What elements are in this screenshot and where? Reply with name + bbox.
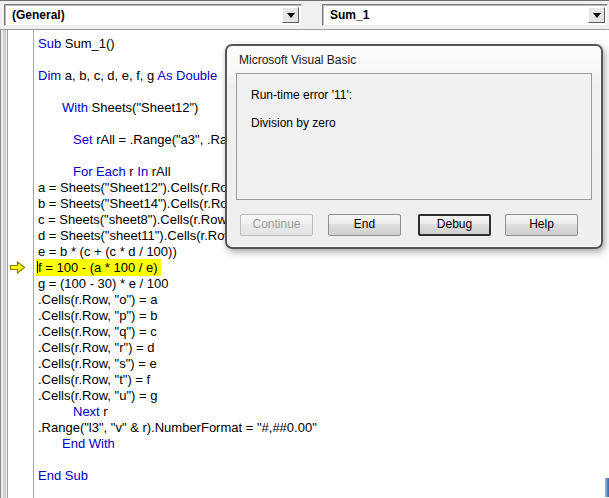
error-message-line2: Division by zero [251, 116, 336, 130]
object-dropdown[interactable]: (General) [4, 4, 302, 26]
code-keyword: End With [62, 436, 115, 451]
code-line[interactable]: .Range("l3", "v" & r).NumberFormat = "#,… [0, 420, 609, 436]
end-button[interactable]: End [328, 214, 401, 236]
code-line[interactable]: .Cells(r.Row, "o") = a [0, 292, 609, 308]
code-text: r [126, 164, 138, 179]
code-line[interactable]: .Cells(r.Row, "p") = b [0, 308, 609, 324]
code-text: .Range("l3", "v" & r).NumberFormat = "#,… [38, 420, 317, 435]
object-dropdown-button[interactable] [282, 7, 299, 23]
code-line[interactable] [0, 452, 609, 468]
code-text: .Cells(r.Row, "t") = f [38, 372, 150, 387]
code-text: rAll [148, 164, 170, 179]
code-text: .Cells(r.Row, "r") = d [38, 340, 155, 355]
code-text: a, b, c, d, e, f, g [61, 68, 157, 83]
dialog-title: Microsoft Visual Basic [239, 53, 356, 67]
code-text: e = b * (c + (c * d / 100)) [38, 244, 177, 259]
object-dropdown-value: (General) [12, 8, 65, 22]
debug-button[interactable]: Debug [418, 214, 491, 236]
code-text: r [100, 404, 108, 419]
code-line[interactable]: g = (100 - 30) * e / 100 [0, 276, 609, 292]
procedure-dropdown[interactable]: Sum_1 [322, 4, 608, 26]
code-line[interactable]: .Cells(r.Row, "t") = f [0, 372, 609, 388]
code-keyword: For Each [73, 164, 126, 179]
code-text: Sheets("Sheet12") [88, 100, 198, 115]
code-text: c = Sheets("sheet8").Cells(r.Row, "c") [38, 212, 253, 227]
code-text: Sum_1() [61, 36, 114, 51]
code-line[interactable]: .Cells(r.Row, "q") = c [0, 324, 609, 340]
error-message-panel: Run-time error '11': Division by zero [236, 73, 592, 200]
code-text: .Cells(r.Row, "q") = c [38, 324, 157, 339]
code-text: .Cells(r.Row, "p") = b [38, 308, 157, 323]
code-text: .Cells(r.Row, "u") = g [38, 388, 157, 403]
chevron-down-icon [593, 13, 601, 22]
code-keyword: As Double [157, 68, 217, 83]
code-text: .Cells(r.Row, "s") = e [38, 356, 157, 371]
code-keyword: Next [73, 404, 100, 419]
code-keyword: End Sub [38, 468, 88, 483]
code-keyword: Dim [38, 68, 61, 83]
code-text: g = (100 - 30) * e / 100 [38, 276, 168, 291]
code-line[interactable]: .Cells(r.Row, "r") = d [0, 340, 609, 356]
code-keyword: Set [73, 132, 93, 147]
procedure-dropdown-value: Sum_1 [330, 8, 369, 22]
chevron-down-icon [287, 13, 295, 22]
code-keyword: With [62, 100, 88, 115]
error-message-line1: Run-time error '11': [251, 88, 352, 102]
error-dialog: Microsoft Visual Basic Run-time error '1… [225, 44, 603, 249]
code-text: .Cells(r.Row, "o") = a [38, 292, 157, 307]
execution-arrow-icon [9, 261, 26, 274]
error-line[interactable]: f = 100 - (a * 100 / e) [0, 260, 609, 276]
code-line[interactable]: .Cells(r.Row, "s") = e [0, 356, 609, 372]
code-line[interactable]: Next r [0, 404, 609, 420]
continue-button: Continue [240, 214, 313, 236]
code-line[interactable]: .Cells(r.Row, "u") = g [0, 388, 609, 404]
code-text: f = 100 - (a * 100 / e) [38, 260, 158, 275]
help-button[interactable]: Help [505, 214, 578, 236]
background-window-fragment [605, 478, 609, 497]
vba-editor-window: { "editor": { "object_dropdown": "(Gener… [0, 0, 609, 498]
procedure-dropdown-button[interactable] [588, 7, 605, 23]
error-line-highlight: f = 100 - (a * 100 / e) [36, 259, 161, 276]
code-line[interactable]: End Sub [0, 468, 609, 484]
dropdown-toolbar: (General) Sum_1 [0, 1, 609, 30]
code-keyword: In [137, 164, 148, 179]
code-line[interactable]: End With [0, 436, 609, 452]
code-keyword: Sub [38, 36, 61, 51]
